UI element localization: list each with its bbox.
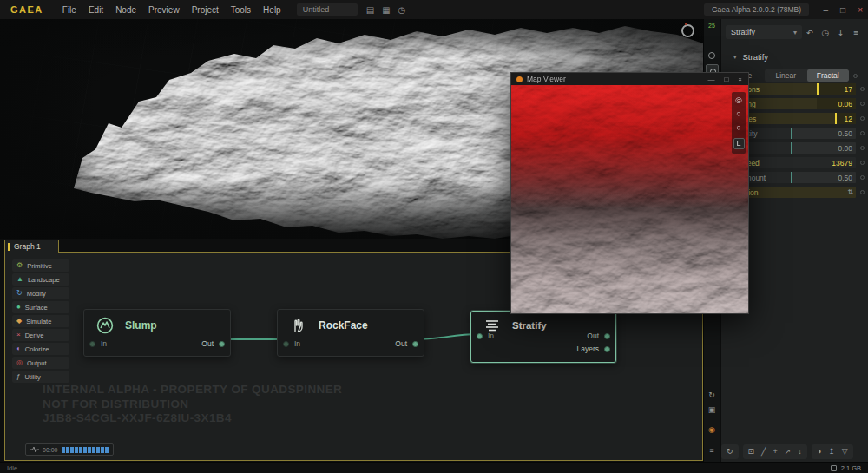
rockface-in-port[interactable]: In — [283, 339, 300, 348]
section-chevron-icon: ▾ — [733, 54, 737, 61]
refresh-sphere-icon[interactable]: ↻ — [704, 391, 720, 399]
menu-help[interactable]: Help — [263, 5, 281, 15]
version-badge[interactable]: Gaea Alpha 2.0.0.2 (78MB) — [704, 3, 809, 16]
mode-toggle: Linear Fractal — [765, 69, 849, 82]
rockface-out-port[interactable]: Out — [395, 339, 418, 348]
arrange-up-icon[interactable]: ↗ — [785, 447, 792, 456]
menu-preview[interactable]: Preview — [148, 5, 180, 15]
compass-icon[interactable] — [681, 24, 694, 37]
gaea-app: GAEA File Edit Node Preview Project Tool… — [0, 0, 868, 473]
contrast-icon[interactable]: ◑ — [817, 447, 821, 456]
pin-icon[interactable] — [860, 175, 865, 180]
download-icon[interactable]: ↧ — [833, 28, 849, 37]
reset-icon[interactable]: ↶ — [802, 28, 818, 37]
draw-line-icon[interactable]: ╱ — [761, 447, 766, 456]
slump-out-port[interactable]: Out — [201, 339, 225, 348]
memory-chip-icon — [831, 465, 837, 471]
map-highlight-overlay — [511, 85, 748, 313]
progress-segments — [62, 447, 108, 453]
stratify-layers-port[interactable]: Layers — [576, 345, 610, 353]
rockface-hand-icon — [290, 317, 307, 334]
map-maximize-icon[interactable]: □ — [724, 76, 728, 83]
titlebar: GAEA File Edit Node Preview Project Tool… — [0, 0, 868, 19]
save-icon[interactable]: ▤ — [366, 5, 374, 15]
target-icon[interactable]: ◎ — [735, 96, 742, 104]
mode-option-linear[interactable]: Linear — [765, 69, 807, 82]
slump-in-port[interactable]: In — [89, 339, 107, 348]
filename-field[interactable]: Untitled — [297, 3, 358, 16]
stratify-out-port[interactable]: Out — [587, 332, 610, 340]
refresh-icon[interactable]: ↻ — [727, 447, 733, 456]
layers-panel-icon[interactable]: ≡ — [704, 446, 720, 455]
stratify-in-port[interactable]: In — [477, 332, 494, 340]
status-text: Idle — [7, 464, 831, 472]
window-close-icon[interactable]: × — [858, 5, 863, 15]
zoom-out-icon[interactable]: ○ — [736, 124, 740, 132]
menubar: File Edit Node Preview Project Tools Hel… — [62, 5, 281, 15]
status-bar: Idle 2.1 GB — [0, 462, 868, 473]
add-node-icon[interactable]: + — [773, 447, 778, 456]
node-slump[interactable]: Slump In Out — [83, 309, 231, 357]
lock-button[interactable]: L — [733, 138, 745, 149]
preview-sphere-icon[interactable]: ◉ — [704, 425, 720, 434]
clock-icon[interactable]: ◷ — [818, 28, 833, 37]
map-viewer-titlebar[interactable]: Map Viewer — □ × — [511, 73, 748, 85]
snapshot-icon[interactable]: ▦ — [382, 5, 390, 15]
shading-mode-icon[interactable] — [708, 52, 715, 59]
pin-icon[interactable] — [860, 161, 865, 165]
menu-file[interactable]: File — [62, 5, 76, 15]
node-stratify[interactable]: Stratify In Out Layers — [470, 311, 616, 363]
pin-icon[interactable] — [853, 74, 858, 78]
window-minimize-icon[interactable]: – — [824, 5, 829, 15]
map-viewer-toolbar: ◎ ○ ○ L — [732, 92, 746, 154]
menu-edit[interactable]: Edit — [89, 5, 103, 15]
section-header-stratify[interactable]: ▾ Stratify — [733, 52, 768, 62]
menu-tools[interactable]: Tools — [231, 5, 251, 15]
map-viewer-title: Map Viewer — [527, 75, 707, 83]
filter-icon[interactable]: ▽ — [842, 447, 848, 456]
map-viewer-window[interactable]: Map Viewer — □ × — [510, 72, 749, 314]
marquee-select-icon[interactable]: ⊡ — [748, 447, 755, 456]
node-selector-dropdown[interactable]: Stratify ▾ — [726, 25, 802, 39]
map-viewer-app-icon — [516, 76, 523, 82]
memory-usage: 2.1 GB — [841, 464, 861, 472]
pin-icon[interactable] — [860, 116, 865, 121]
zoom-in-icon[interactable]: ○ — [736, 110, 740, 118]
pulse-icon — [30, 446, 39, 453]
window-maximize-icon[interactable]: □ — [840, 5, 845, 15]
menu-icon[interactable]: ≡ — [848, 28, 864, 37]
watermark-text: INTERNAL ALPHA - PROPERTY OF QUADSPINNER… — [43, 383, 342, 426]
map-close-icon[interactable]: × — [738, 76, 742, 83]
tab-graph-1[interactable]: Graph 1 — [4, 240, 59, 253]
graph-toolbar: ↻ ⊡ ╱ + ↗ ↓ ◑ ↥ ▽ — [721, 441, 868, 462]
mode-option-fractal[interactable]: Fractal — [807, 69, 850, 82]
build-progress[interactable]: 00:00 — [25, 443, 114, 456]
build-timer: 00:00 — [43, 447, 58, 453]
node-rockface[interactable]: RockFace In Out — [277, 309, 424, 357]
pin-icon[interactable] — [860, 131, 865, 135]
pin-icon[interactable] — [860, 190, 865, 194]
app-logo: GAEA — [10, 4, 43, 15]
menu-project[interactable]: Project — [192, 5, 219, 15]
export-icon[interactable]: ↥ — [828, 447, 835, 456]
node-selector-value: Stratify — [731, 28, 755, 36]
export-cube-icon[interactable]: ▣ — [704, 405, 720, 414]
pin-icon[interactable] — [860, 146, 865, 150]
pin-icon[interactable] — [860, 87, 865, 91]
pin-icon[interactable] — [860, 102, 865, 106]
slump-mountain-icon — [96, 317, 114, 334]
map-minimize-icon[interactable]: — — [707, 76, 714, 83]
chevron-down-icon: ▾ — [793, 29, 797, 36]
stepper-icon[interactable]: ⇅ — [847, 187, 853, 198]
fps-counter: 25 — [704, 23, 720, 29]
history-icon[interactable]: ◷ — [398, 5, 406, 15]
arrange-down-icon[interactable]: ↓ — [798, 447, 802, 456]
menu-node[interactable]: Node — [115, 5, 136, 15]
map-viewer-canvas[interactable]: ◎ ○ ○ L — [511, 85, 748, 313]
